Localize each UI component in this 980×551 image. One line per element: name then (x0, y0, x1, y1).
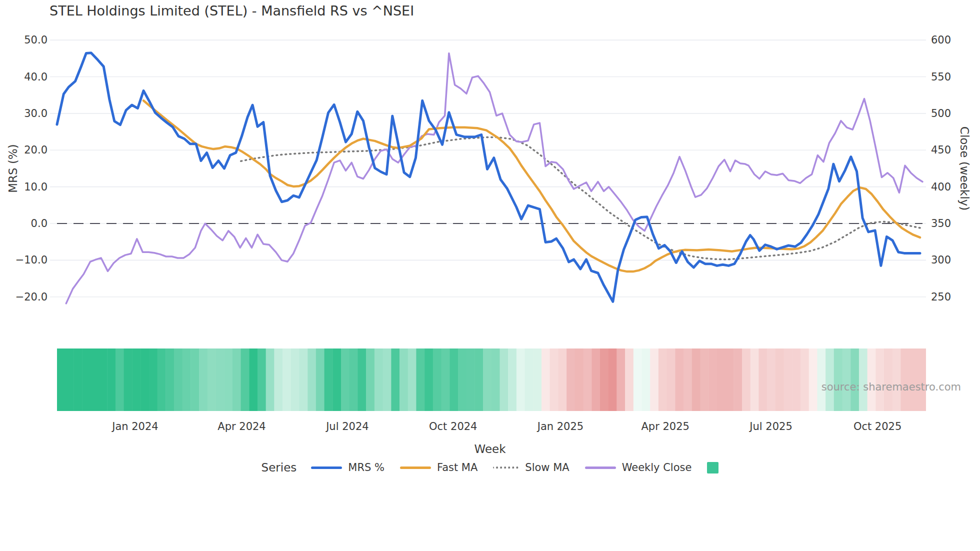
heat-cell (734, 348, 742, 411)
heat-cell (558, 348, 566, 411)
heat-cell (66, 348, 74, 411)
heat-cell (208, 348, 216, 411)
y-right-tick-label: 550 (931, 71, 951, 83)
legend-item-label: MRS % (348, 462, 384, 474)
heat-cell (107, 348, 116, 411)
mrs-line-swatch-icon (311, 466, 342, 469)
heat-strip-swatch-icon (707, 462, 718, 474)
y-left-tick-label: 20.0 (24, 144, 48, 156)
x-tick-label: Jul 2025 (748, 420, 792, 432)
y-right-tick-label: 500 (931, 108, 951, 120)
heat-cell (90, 348, 99, 411)
heat-cell (483, 348, 492, 411)
heat-cell (708, 348, 717, 411)
y-left-tick-label: −20.0 (16, 291, 48, 303)
legend-item-weekly-close: Weekly Close (585, 462, 692, 474)
heat-cell (834, 348, 842, 411)
series-weekly-close (66, 54, 922, 304)
heat-cell (809, 348, 818, 411)
heat-cell (232, 348, 241, 411)
y-left-tick-label: 50.0 (24, 34, 48, 46)
heat-cell (742, 348, 750, 411)
heat-cell (366, 348, 374, 411)
heat-cell (224, 348, 232, 411)
heat-cell (550, 348, 558, 411)
heat-cell (575, 348, 584, 411)
fast-ma-line-swatch-icon (400, 466, 431, 469)
heat-cell (274, 348, 282, 411)
heat-cell (566, 348, 575, 411)
heat-cell (190, 348, 199, 411)
x-tick-label: Apr 2025 (641, 420, 689, 432)
x-tick-label: Jan 2025 (536, 420, 584, 432)
legend-item-label: Fast MA (437, 462, 478, 474)
y-right-tick-label: 350 (931, 218, 951, 230)
y-right-tick-label: 600 (931, 34, 951, 46)
heat-cell (776, 348, 784, 411)
heat-cell (466, 348, 475, 411)
x-axis-title: Week (474, 442, 506, 456)
heat-cell (850, 348, 859, 411)
heat-cell (508, 348, 516, 411)
heat-cell (600, 348, 608, 411)
x-tick-label: Apr 2024 (218, 420, 266, 432)
heat-cell (516, 348, 525, 411)
heat-cell (667, 348, 676, 411)
x-tick-label: Jan 2024 (111, 420, 158, 432)
chart-page: STEL Holdings Limited (STEL) - Mansfield… (0, 0, 980, 551)
y-right-tick-label: 450 (931, 144, 951, 156)
heat-cell (132, 348, 140, 411)
heat-cell (868, 348, 876, 411)
x-tick-label: Oct 2025 (854, 420, 902, 432)
heat-cell (300, 348, 308, 411)
heat-cell (249, 348, 258, 411)
source-credit: source: sharemaestro.com (822, 381, 961, 393)
heat-cell (826, 348, 834, 411)
heat-cell (608, 348, 617, 411)
heat-cell (149, 348, 158, 411)
y-axis-right-title: Close (weekly) (958, 126, 971, 210)
heat-cell (900, 348, 909, 411)
legend-item-label: Weekly Close (622, 462, 692, 474)
heat-cell (642, 348, 650, 411)
heat-cell (892, 348, 901, 411)
heat-cell (450, 348, 458, 411)
heat-cell (884, 348, 892, 411)
heat-cell (324, 348, 333, 411)
heat-cell (316, 348, 324, 411)
heat-cell (140, 348, 149, 411)
heat-cell (909, 348, 918, 411)
heat-cell (400, 348, 408, 411)
heat-cell (408, 348, 416, 411)
legend-title: Series (262, 461, 297, 474)
heat-cell (859, 348, 868, 411)
heat-cell (792, 348, 800, 411)
heat-cell (634, 348, 642, 411)
heat-cell (282, 348, 291, 411)
heat-cell (684, 348, 692, 411)
y-left-tick-label: −10.0 (16, 254, 48, 266)
slow-ma-dotted-swatch-icon (493, 466, 519, 468)
heat-cell (842, 348, 851, 411)
y-axis-left-title: MRS (%) (6, 144, 20, 193)
heat-cell (341, 348, 350, 411)
weekly-close-line-swatch-icon (585, 466, 616, 469)
heat-cell (767, 348, 776, 411)
y-left-tick-label: 0.0 (31, 218, 48, 230)
legend-item-slow-ma: Slow MA (493, 462, 569, 474)
heat-cell (332, 348, 341, 411)
heat-cell (216, 348, 224, 411)
heat-cell (258, 348, 266, 411)
heat-cell (266, 348, 274, 411)
heat-cell (616, 348, 625, 411)
heat-cell (758, 348, 767, 411)
heat-cell (158, 348, 166, 411)
heat-cell (99, 348, 108, 411)
heat-cell (358, 348, 366, 411)
y-right-tick-label: 250 (931, 291, 951, 303)
heat-cell (658, 348, 667, 411)
heat-cell (308, 348, 316, 411)
x-tick-label: Oct 2024 (429, 420, 477, 432)
heat-cell (57, 348, 66, 411)
heat-cell (350, 348, 358, 411)
